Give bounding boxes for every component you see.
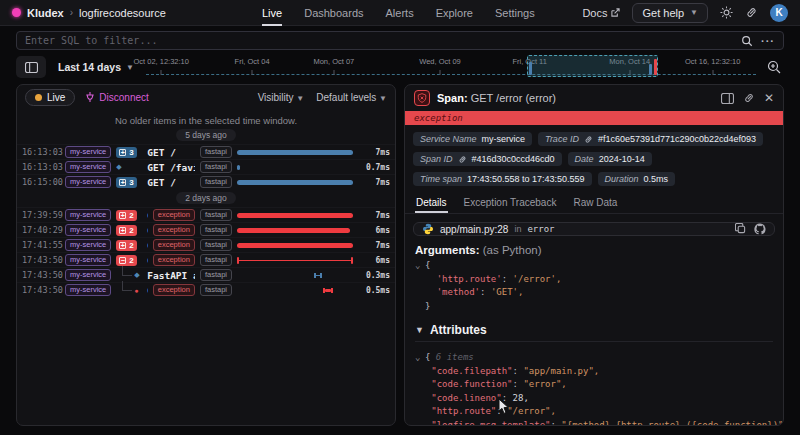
trace-row-child[interactable]: 17:43:50 my-service ◆ FastAPI arguments … bbox=[17, 267, 395, 282]
service-tag: my-service bbox=[65, 176, 111, 188]
tree-connector bbox=[122, 266, 132, 276]
sql-filter-input[interactable] bbox=[25, 35, 733, 46]
tab-dashboards[interactable]: Dashboards bbox=[304, 0, 363, 26]
zoom-in-icon bbox=[767, 60, 781, 74]
trace-row[interactable]: 16:13:03 my-service ◆ GET /favicon.ico f… bbox=[17, 159, 395, 174]
tab-settings[interactable]: Settings bbox=[495, 0, 535, 26]
service-tag: my-service bbox=[65, 224, 111, 236]
filter-more-button[interactable]: ··· bbox=[761, 35, 775, 47]
row-duration: 6ms bbox=[358, 256, 390, 265]
row-timestamp: 17:43:50 bbox=[22, 270, 60, 280]
breadcrumb-separator: › bbox=[70, 7, 73, 18]
duration-track bbox=[237, 178, 353, 187]
span-bullet-icon: ◆ bbox=[116, 163, 121, 171]
attributes-section-header[interactable]: ▼ Attributes bbox=[405, 315, 783, 341]
duration-track bbox=[237, 241, 353, 250]
duration-track bbox=[237, 211, 353, 220]
link-icon bbox=[745, 6, 758, 19]
fastapi-tag: fastapi bbox=[200, 176, 232, 188]
link-icon bbox=[458, 155, 467, 164]
span-title: GET /error bbox=[147, 210, 148, 221]
exception-tag: exception bbox=[153, 209, 195, 221]
exception-tag: exception bbox=[153, 239, 195, 251]
timeline-zoom-button[interactable] bbox=[764, 60, 784, 74]
service-tag: my-service bbox=[65, 254, 111, 266]
search-icon[interactable] bbox=[741, 35, 753, 47]
duration-track bbox=[237, 271, 353, 280]
trace-row[interactable]: 17:41:55 my-service +2 GET /error except… bbox=[17, 237, 395, 252]
breadcrumb[interactable]: Kludex › logfirecodesource bbox=[12, 7, 166, 19]
trace-row-child-selected[interactable]: 17:43:50 my-service ● GET /error (error)… bbox=[17, 282, 395, 297]
span-title: GET /error bbox=[147, 255, 148, 266]
timeline-span-bar-red bbox=[654, 59, 657, 75]
span-detail-title: Span: GET /error (error) bbox=[437, 92, 556, 104]
children-count-badge[interactable]: +3 bbox=[116, 177, 136, 188]
children-count-badge[interactable]: +2 bbox=[116, 210, 136, 221]
source-file[interactable]: app/main.py:28 bbox=[440, 224, 508, 235]
visibility-dropdown[interactable]: Visibility ▼ bbox=[258, 92, 305, 103]
children-count-badge[interactable]: −2 bbox=[116, 255, 136, 266]
link-icon bbox=[584, 135, 593, 144]
project-name[interactable]: logfirecodesource bbox=[79, 7, 166, 19]
disconnect-button[interactable]: Disconnect bbox=[85, 92, 148, 103]
fastapi-tag: fastapi bbox=[200, 269, 232, 281]
plug-icon bbox=[85, 92, 95, 102]
trace-row[interactable]: 17:40:29 my-service +2 GET /error except… bbox=[17, 222, 395, 237]
close-icon[interactable]: ✕ bbox=[764, 91, 774, 105]
sidebar-toggle-button[interactable] bbox=[16, 56, 46, 78]
org-name[interactable]: Kludex bbox=[27, 7, 64, 19]
fastapi-tag: fastapi bbox=[200, 209, 232, 221]
service-tag: my-service bbox=[65, 269, 111, 281]
fastapi-tag: fastapi bbox=[200, 161, 232, 173]
trace-list: No older items in the selected time wind… bbox=[17, 109, 395, 425]
tab-raw-data[interactable]: Raw Data bbox=[572, 194, 618, 213]
detail-tabs: Details Exception Traceback Raw Data bbox=[405, 190, 783, 214]
tab-details[interactable]: Details bbox=[415, 194, 448, 213]
live-toggle-button[interactable]: Live bbox=[25, 89, 75, 106]
meta-trace-id[interactable]: Trace ID #f1c60e57391d771c290c0b22cd4ef0… bbox=[538, 132, 763, 146]
get-help-button[interactable]: Get help ▼ bbox=[632, 3, 708, 23]
trace-row[interactable]: 16:15:00 my-service +3 GET / fastapi 7ms bbox=[17, 174, 395, 189]
tab-exception-traceback[interactable]: Exception Traceback bbox=[463, 194, 558, 213]
trace-row-expanded[interactable]: 17:43:50 my-service −2 GET /error except… bbox=[17, 252, 395, 267]
levels-dropdown[interactable]: Default levels ▼ bbox=[316, 92, 387, 103]
top-nav: Kludex › logfirecodesource Live Dashboar… bbox=[0, 0, 800, 26]
row-timestamp: 17:39:59 bbox=[22, 210, 60, 220]
arguments-section: Arguments: (as Python) ⌄{ 'http.route': … bbox=[405, 238, 783, 315]
trace-row[interactable]: 16:13:03 my-service +3 GET / fastapi 7ms bbox=[17, 144, 395, 159]
tab-live[interactable]: Live bbox=[262, 0, 282, 26]
time-range-select[interactable]: Last 14 days ▼ bbox=[54, 61, 138, 73]
source-function: error bbox=[527, 224, 554, 234]
tab-alerts[interactable]: Alerts bbox=[386, 0, 414, 26]
meta-time-span: Time span17:43:50.558 to 17:43:50.559 bbox=[413, 172, 592, 186]
span-detail-panel: Span: GET /error (error) ✕ exception Ser… bbox=[404, 84, 784, 426]
meta-duration: Duration0.5ms bbox=[598, 172, 676, 186]
children-count-badge[interactable]: +3 bbox=[116, 147, 136, 158]
collapse-caret[interactable]: ⌄ bbox=[415, 351, 425, 365]
meta-span-id[interactable]: Span ID #416d30c0ccd46cd0 bbox=[413, 152, 562, 166]
timeline[interactable]: Oct 02, 12:32:10 Fri, Oct 04 Mon, Oct 07… bbox=[146, 55, 756, 79]
children-count-badge[interactable]: +2 bbox=[116, 225, 136, 236]
chevron-down-icon: ▼ bbox=[296, 94, 304, 103]
sidebar-toggle-icon bbox=[25, 62, 38, 73]
chevron-down-icon: ▼ bbox=[690, 8, 698, 17]
docs-link[interactable]: Docs bbox=[582, 7, 620, 19]
timeline-selection[interactable] bbox=[527, 55, 658, 77]
dock-panel-icon[interactable] bbox=[721, 93, 734, 104]
user-avatar[interactable]: K bbox=[770, 4, 788, 22]
span-title: FastAPI arguments bbox=[147, 270, 195, 281]
copy-link-icon[interactable] bbox=[743, 92, 755, 104]
row-timestamp: 17:41:55 bbox=[22, 240, 60, 250]
children-count-badge[interactable]: +2 bbox=[116, 240, 136, 251]
collapse-caret[interactable]: ⌄ bbox=[415, 259, 425, 273]
share-link-button[interactable] bbox=[745, 6, 758, 19]
span-title: GET /error (error) bbox=[147, 285, 148, 296]
copy-icon[interactable] bbox=[735, 223, 746, 234]
github-icon[interactable] bbox=[754, 223, 766, 235]
row-duration: 6ms bbox=[358, 226, 390, 235]
theme-toggle-button[interactable] bbox=[720, 6, 733, 19]
trace-row[interactable]: 17:39:59 my-service +2 GET /error except… bbox=[17, 207, 395, 222]
tab-explore[interactable]: Explore bbox=[436, 0, 473, 26]
fastapi-tag: fastapi bbox=[200, 254, 232, 266]
time-group-chip: 2 days ago bbox=[176, 192, 236, 204]
